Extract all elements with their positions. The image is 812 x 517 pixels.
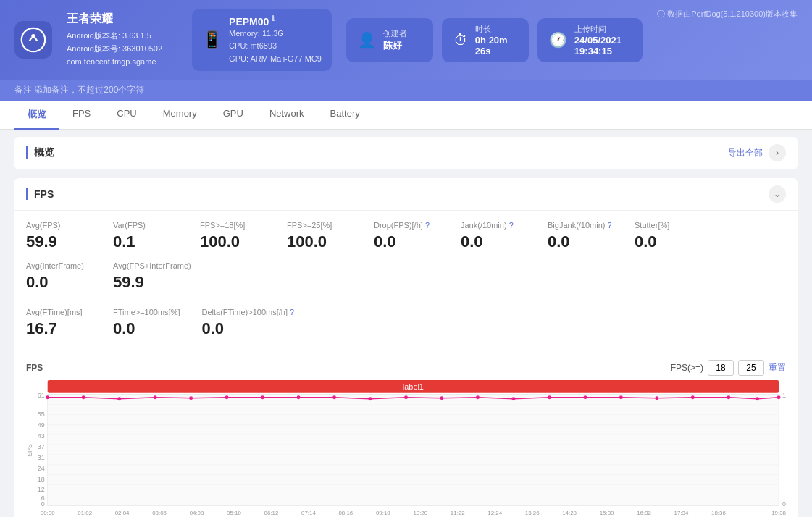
creator-info: 创建者 陈好: [383, 28, 407, 52]
svg-point-38: [369, 398, 372, 401]
tab-overview[interactable]: 概览: [14, 101, 59, 130]
svg-text:01:02: 01:02: [78, 510, 92, 516]
header-stats: 👤 创建者 陈好 ⏱ 时长 0h 20m 26s 🕐 上传时间 24/05/20…: [346, 18, 643, 62]
tab-gpu[interactable]: GPU: [210, 101, 256, 130]
remark-placeholder: 备注 添加备注，不超过200个字符: [14, 85, 144, 95]
remark-bar[interactable]: 备注 添加备注，不超过200个字符: [0, 80, 812, 101]
fps-ge-label: FPS(>=): [671, 363, 703, 373]
export-all-button[interactable]: 导出全部: [728, 147, 763, 159]
svg-text:06:12: 06:12: [264, 510, 279, 516]
tab-battery[interactable]: Battery: [317, 101, 373, 130]
stat-ftime-100: FTime>=100ms[%] 0.0: [113, 308, 180, 338]
duration-card: ⏱ 时长 0h 20m 26s: [442, 18, 529, 62]
fps-section: FPS ⌄ Avg(FPS) 59.9 Var(FPS) 0.1 FPS>=18…: [14, 178, 798, 517]
svg-point-43: [548, 396, 551, 400]
chart-header: FPS FPS(>=) 重置: [26, 360, 786, 376]
tab-network[interactable]: Network: [256, 101, 317, 130]
svg-text:49: 49: [38, 422, 45, 429]
svg-text:17:34: 17:34: [674, 510, 689, 516]
app-info: 王者荣耀 Android版本名: 3.63.1.5 Android版本号: 36…: [67, 12, 162, 68]
fps-actions: ⌄: [769, 185, 786, 203]
svg-text:43: 43: [38, 433, 45, 440]
logo-icon: [20, 27, 46, 53]
svg-point-1: [31, 34, 35, 38]
duration-value: 0h 20m 26s: [475, 35, 517, 56]
creator-icon: 👤: [358, 31, 376, 49]
device-card: 📱 PEPM00 ℹ Memory: 11.3G CPU: mt6893 GPU…: [192, 9, 332, 71]
stat-stutter: Stutter[%] 0.0: [635, 221, 700, 251]
svg-text:12:24: 12:24: [487, 510, 502, 516]
svg-text:09:18: 09:18: [376, 510, 390, 516]
fps-stats-row2: Avg(FTime)[ms] 16.7 FTime>=100ms[%] 0.0 …: [14, 308, 798, 354]
fps-reset-button[interactable]: 重置: [769, 362, 786, 374]
fps-threshold-1-input[interactable]: [708, 360, 734, 376]
svg-text:0: 0: [782, 501, 786, 508]
nav-tabs: 概览 FPS CPU Memory GPU Network Battery: [0, 101, 812, 130]
svg-point-47: [691, 396, 695, 400]
svg-text:03:06: 03:06: [152, 510, 167, 516]
svg-text:31: 31: [38, 454, 45, 461]
svg-point-33: [189, 397, 193, 400]
svg-text:10:20: 10:20: [413, 510, 427, 516]
fps-chart-svg: label1 61 55: [26, 379, 786, 517]
svg-point-36: [297, 396, 301, 400]
app-android-version: Android版本名: 3.63.1.5 Android版本号: 3630105…: [67, 30, 162, 68]
svg-text:14:28: 14:28: [562, 510, 577, 516]
app-name: 王者荣耀: [67, 12, 162, 27]
svg-point-0: [22, 28, 45, 51]
stat-var-fps: Var(FPS) 0.1: [113, 221, 178, 251]
upload-label: 上传时间: [574, 24, 631, 35]
svg-text:13:26: 13:26: [525, 510, 540, 516]
stat-avg-fps: Avg(FPS) 59.9: [26, 221, 91, 251]
upload-info: 上传时间 24/05/2021 19:34:15: [574, 24, 631, 56]
svg-text:07:14: 07:14: [301, 510, 316, 516]
stat-fps-interframe: Avg(FPS+InterFrame) 59.9: [113, 261, 191, 292]
svg-point-32: [154, 396, 157, 400]
chart-label: FPS: [26, 363, 43, 373]
tab-cpu[interactable]: CPU: [104, 101, 149, 130]
svg-point-46: [655, 397, 658, 400]
fps-threshold-2-input[interactable]: [738, 360, 764, 376]
tab-fps[interactable]: FPS: [59, 101, 104, 130]
svg-text:37: 37: [38, 443, 45, 450]
svg-text:19:38: 19:38: [771, 510, 786, 516]
svg-text:55: 55: [38, 411, 45, 419]
svg-point-45: [619, 396, 623, 400]
overview-title: 概览: [26, 146, 54, 159]
overview-actions: 导出全部 ›: [728, 144, 786, 161]
main-content: 概览 导出全部 › FPS ⌄ Avg(FPS) 59.9 Var(FPS) 0…: [0, 130, 812, 517]
fps-collapse-button[interactable]: ⌄: [769, 185, 786, 203]
duration-info: 时长 0h 20m 26s: [475, 24, 517, 56]
fps-header: FPS ⌄: [14, 178, 798, 211]
svg-point-44: [583, 396, 587, 400]
svg-text:SPS: SPS: [26, 444, 33, 457]
svg-point-37: [332, 396, 336, 400]
svg-text:24: 24: [38, 465, 45, 472]
svg-point-35: [261, 396, 264, 400]
header-divider: [177, 22, 177, 58]
fps-chart-area: FPS FPS(>=) 重置 label1: [14, 354, 798, 517]
device-memory: Memory: 11.3G: [229, 28, 322, 41]
svg-text:11:22: 11:22: [451, 510, 465, 516]
svg-point-41: [476, 396, 480, 400]
device-icon: 📱: [202, 30, 222, 49]
tab-memory[interactable]: Memory: [150, 101, 210, 130]
stat-bigjank: BigJank(/10min) ? 0.0: [548, 221, 613, 251]
svg-point-29: [46, 396, 49, 400]
overview-header: 概览 导出全部 ›: [14, 137, 798, 169]
svg-point-42: [511, 398, 515, 401]
stat-jank: Jank(/10min) ? 0.0: [461, 221, 526, 251]
overview-collapse-button[interactable]: ›: [769, 144, 786, 161]
fps-stats-row1: Avg(FPS) 59.9 Var(FPS) 0.1 FPS>=18[%] 10…: [14, 211, 798, 308]
device-info: PEPM00 ℹ Memory: 11.3G CPU: mt6893 GPU: …: [229, 14, 322, 65]
svg-rect-4: [48, 395, 779, 505]
device-gpu: GPU: ARM Mali-G77 MC9: [229, 53, 322, 66]
creator-card: 👤 创建者 陈好: [346, 18, 433, 62]
svg-text:00:00: 00:00: [41, 510, 55, 516]
svg-text:0: 0: [41, 501, 45, 508]
svg-text:12: 12: [38, 487, 45, 494]
duration-label: 时长: [475, 24, 517, 35]
svg-text:18: 18: [38, 476, 45, 483]
svg-point-34: [225, 396, 229, 400]
svg-text:04:08: 04:08: [190, 510, 204, 516]
